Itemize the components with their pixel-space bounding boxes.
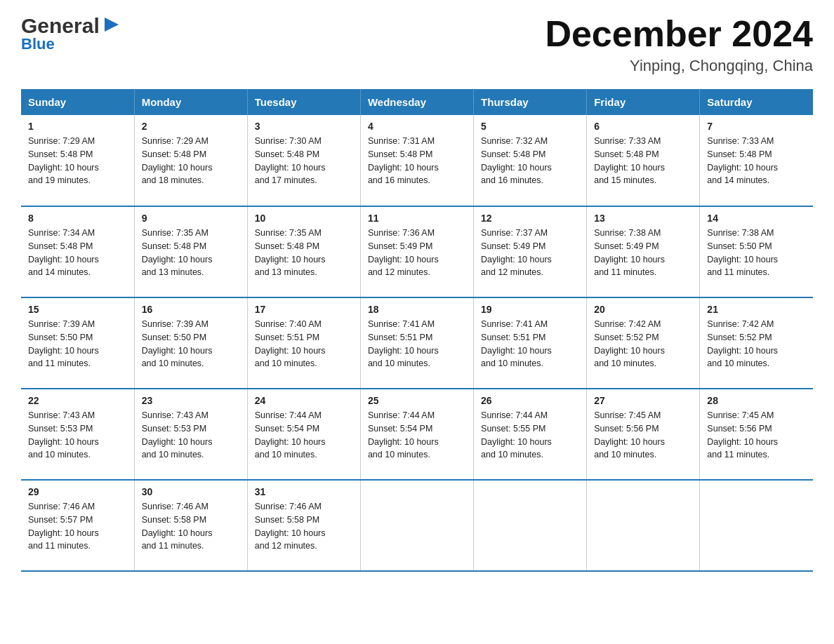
calendar-cell-w4-d1: 22Sunrise: 7:43 AM Sunset: 5:53 PM Dayli… bbox=[21, 389, 134, 480]
day-number: 20 bbox=[594, 304, 692, 315]
day-sun-info: Sunrise: 7:45 AM Sunset: 5:56 PM Dayligh… bbox=[594, 409, 692, 462]
day-number: 21 bbox=[707, 304, 806, 315]
day-sun-info: Sunrise: 7:44 AM Sunset: 5:54 PM Dayligh… bbox=[368, 409, 466, 462]
day-number: 1 bbox=[28, 121, 127, 132]
logo-arrow-icon bbox=[101, 14, 122, 35]
day-number: 10 bbox=[255, 213, 353, 224]
calendar-header-row: Sunday Monday Tuesday Wednesday Thursday… bbox=[21, 89, 813, 115]
day-sun-info: Sunrise: 7:32 AM Sunset: 5:48 PM Dayligh… bbox=[481, 135, 579, 187]
calendar-week-2: 8Sunrise: 7:34 AM Sunset: 5:48 PM Daylig… bbox=[21, 206, 813, 297]
day-number: 28 bbox=[707, 395, 806, 406]
day-number: 15 bbox=[28, 304, 127, 315]
calendar-cell-w2-d6: 13Sunrise: 7:38 AM Sunset: 5:49 PM Dayli… bbox=[587, 206, 700, 297]
day-number: 24 bbox=[255, 395, 353, 406]
day-sun-info: Sunrise: 7:46 AM Sunset: 5:58 PM Dayligh… bbox=[142, 500, 240, 553]
calendar-cell-w2-d3: 10Sunrise: 7:35 AM Sunset: 5:48 PM Dayli… bbox=[247, 206, 360, 297]
day-number: 16 bbox=[142, 304, 240, 315]
calendar-cell-w3-d7: 21Sunrise: 7:42 AM Sunset: 5:52 PM Dayli… bbox=[700, 297, 813, 389]
day-sun-info: Sunrise: 7:43 AM Sunset: 5:53 PM Dayligh… bbox=[28, 409, 127, 462]
day-number: 25 bbox=[368, 395, 466, 406]
day-sun-info: Sunrise: 7:38 AM Sunset: 5:50 PM Dayligh… bbox=[707, 227, 806, 279]
day-number: 9 bbox=[142, 213, 240, 224]
calendar-cell-w2-d2: 9Sunrise: 7:35 AM Sunset: 5:48 PM Daylig… bbox=[134, 206, 247, 297]
day-sun-info: Sunrise: 7:39 AM Sunset: 5:50 PM Dayligh… bbox=[28, 318, 127, 370]
day-number: 2 bbox=[142, 121, 240, 132]
day-sun-info: Sunrise: 7:36 AM Sunset: 5:49 PM Dayligh… bbox=[368, 227, 466, 279]
month-year-title: December 2024 bbox=[545, 14, 813, 54]
day-number: 30 bbox=[142, 486, 240, 497]
calendar-cell-w1-d2: 2Sunrise: 7:29 AM Sunset: 5:48 PM Daylig… bbox=[134, 115, 247, 206]
calendar-week-5: 29Sunrise: 7:46 AM Sunset: 5:57 PM Dayli… bbox=[21, 480, 813, 571]
day-sun-info: Sunrise: 7:35 AM Sunset: 5:48 PM Dayligh… bbox=[255, 227, 353, 279]
day-number: 8 bbox=[28, 213, 127, 224]
calendar-cell-w4-d7: 28Sunrise: 7:45 AM Sunset: 5:56 PM Dayli… bbox=[700, 389, 813, 480]
day-sun-info: Sunrise: 7:29 AM Sunset: 5:48 PM Dayligh… bbox=[142, 135, 240, 187]
calendar-week-4: 22Sunrise: 7:43 AM Sunset: 5:53 PM Dayli… bbox=[21, 389, 813, 480]
calendar-cell-w2-d7: 14Sunrise: 7:38 AM Sunset: 5:50 PM Dayli… bbox=[700, 206, 813, 297]
day-sun-info: Sunrise: 7:30 AM Sunset: 5:48 PM Dayligh… bbox=[255, 135, 353, 187]
day-sun-info: Sunrise: 7:40 AM Sunset: 5:51 PM Dayligh… bbox=[255, 318, 353, 370]
calendar-cell-w3-d1: 15Sunrise: 7:39 AM Sunset: 5:50 PM Dayli… bbox=[21, 297, 134, 389]
day-number: 29 bbox=[28, 486, 127, 497]
calendar-cell-w1-d4: 4Sunrise: 7:31 AM Sunset: 5:48 PM Daylig… bbox=[360, 115, 473, 206]
header-tuesday: Tuesday bbox=[247, 89, 360, 115]
day-number: 19 bbox=[481, 304, 579, 315]
calendar-cell-w1-d6: 6Sunrise: 7:33 AM Sunset: 5:48 PM Daylig… bbox=[587, 115, 700, 206]
day-number: 22 bbox=[28, 395, 127, 406]
calendar-cell-w1-d3: 3Sunrise: 7:30 AM Sunset: 5:48 PM Daylig… bbox=[247, 115, 360, 206]
calendar-cell-w3-d3: 17Sunrise: 7:40 AM Sunset: 5:51 PM Dayli… bbox=[247, 297, 360, 389]
day-sun-info: Sunrise: 7:44 AM Sunset: 5:55 PM Dayligh… bbox=[481, 409, 579, 462]
day-sun-info: Sunrise: 7:29 AM Sunset: 5:48 PM Dayligh… bbox=[28, 135, 127, 187]
calendar-cell-w4-d4: 25Sunrise: 7:44 AM Sunset: 5:54 PM Dayli… bbox=[360, 389, 473, 480]
calendar-week-1: 1Sunrise: 7:29 AM Sunset: 5:48 PM Daylig… bbox=[21, 115, 813, 206]
day-number: 3 bbox=[255, 121, 353, 132]
day-number: 11 bbox=[368, 213, 466, 224]
calendar-cell-w4-d2: 23Sunrise: 7:43 AM Sunset: 5:53 PM Dayli… bbox=[134, 389, 247, 480]
day-sun-info: Sunrise: 7:44 AM Sunset: 5:54 PM Dayligh… bbox=[255, 409, 353, 462]
calendar-cell-w5-d1: 29Sunrise: 7:46 AM Sunset: 5:57 PM Dayli… bbox=[21, 480, 134, 571]
day-sun-info: Sunrise: 7:45 AM Sunset: 5:56 PM Dayligh… bbox=[707, 409, 806, 462]
logo-blue-text: Blue bbox=[21, 35, 55, 53]
day-number: 18 bbox=[368, 304, 466, 315]
calendar-table: Sunday Monday Tuesday Wednesday Thursday… bbox=[21, 89, 813, 572]
day-sun-info: Sunrise: 7:34 AM Sunset: 5:48 PM Dayligh… bbox=[28, 227, 127, 279]
day-sun-info: Sunrise: 7:41 AM Sunset: 5:51 PM Dayligh… bbox=[368, 318, 466, 370]
calendar-cell-w3-d5: 19Sunrise: 7:41 AM Sunset: 5:51 PM Dayli… bbox=[474, 297, 587, 389]
calendar-cell-w2-d1: 8Sunrise: 7:34 AM Sunset: 5:48 PM Daylig… bbox=[21, 206, 134, 297]
day-sun-info: Sunrise: 7:35 AM Sunset: 5:48 PM Dayligh… bbox=[142, 227, 240, 279]
day-sun-info: Sunrise: 7:42 AM Sunset: 5:52 PM Dayligh… bbox=[594, 318, 692, 370]
header-wednesday: Wednesday bbox=[360, 89, 473, 115]
day-sun-info: Sunrise: 7:37 AM Sunset: 5:49 PM Dayligh… bbox=[481, 227, 579, 279]
day-number: 7 bbox=[707, 121, 806, 132]
day-number: 6 bbox=[594, 121, 692, 132]
header-friday: Friday bbox=[587, 89, 700, 115]
day-sun-info: Sunrise: 7:33 AM Sunset: 5:48 PM Dayligh… bbox=[594, 135, 692, 187]
location-subtitle: Yinping, Chongqing, China bbox=[545, 57, 813, 75]
calendar-cell-w1-d5: 5Sunrise: 7:32 AM Sunset: 5:48 PM Daylig… bbox=[474, 115, 587, 206]
day-number: 31 bbox=[255, 486, 353, 497]
calendar-cell-w5-d3: 31Sunrise: 7:46 AM Sunset: 5:58 PM Dayli… bbox=[247, 480, 360, 571]
calendar-cell-w3-d4: 18Sunrise: 7:41 AM Sunset: 5:51 PM Dayli… bbox=[360, 297, 473, 389]
day-number: 4 bbox=[368, 121, 466, 132]
calendar-cell-w3-d2: 16Sunrise: 7:39 AM Sunset: 5:50 PM Dayli… bbox=[134, 297, 247, 389]
day-number: 12 bbox=[481, 213, 579, 224]
day-number: 17 bbox=[255, 304, 353, 315]
header-sunday: Sunday bbox=[21, 89, 134, 115]
day-number: 14 bbox=[707, 213, 806, 224]
day-sun-info: Sunrise: 7:39 AM Sunset: 5:50 PM Dayligh… bbox=[142, 318, 240, 370]
day-number: 27 bbox=[594, 395, 692, 406]
calendar-cell-w4-d5: 26Sunrise: 7:44 AM Sunset: 5:55 PM Dayli… bbox=[474, 389, 587, 480]
calendar-cell-w5-d4 bbox=[360, 480, 473, 571]
calendar-cell-w5-d6 bbox=[587, 480, 700, 571]
calendar-cell-w2-d4: 11Sunrise: 7:36 AM Sunset: 5:49 PM Dayli… bbox=[360, 206, 473, 297]
day-sun-info: Sunrise: 7:46 AM Sunset: 5:58 PM Dayligh… bbox=[255, 500, 353, 553]
day-sun-info: Sunrise: 7:38 AM Sunset: 5:49 PM Dayligh… bbox=[594, 227, 692, 279]
header-monday: Monday bbox=[134, 89, 247, 115]
header-saturday: Saturday bbox=[700, 89, 813, 115]
day-number: 13 bbox=[594, 213, 692, 224]
day-sun-info: Sunrise: 7:46 AM Sunset: 5:57 PM Dayligh… bbox=[28, 500, 127, 553]
calendar-cell-w1-d1: 1Sunrise: 7:29 AM Sunset: 5:48 PM Daylig… bbox=[21, 115, 134, 206]
page-header: General Blue December 2024 Yinping, Chon… bbox=[21, 14, 813, 75]
calendar-cell-w1-d7: 7Sunrise: 7:33 AM Sunset: 5:48 PM Daylig… bbox=[700, 115, 813, 206]
day-sun-info: Sunrise: 7:33 AM Sunset: 5:48 PM Dayligh… bbox=[707, 135, 806, 187]
